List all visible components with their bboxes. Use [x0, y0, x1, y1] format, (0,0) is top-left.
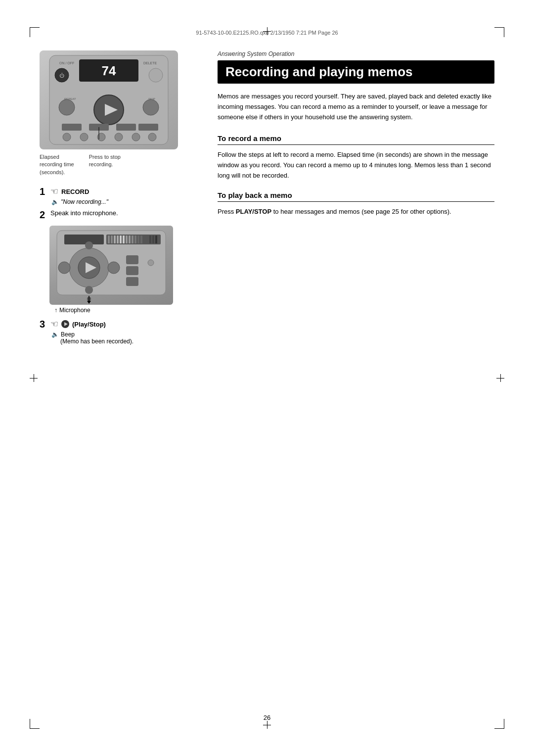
section-label: Answering System Operation [218, 50, 494, 57]
step-3-sub: 🔈 Beep [51, 331, 198, 338]
svg-rect-36 [132, 236, 134, 243]
mic-arrow-icon: ↑ [54, 307, 57, 314]
svg-rect-53 [126, 266, 138, 275]
svg-point-50 [85, 241, 93, 249]
svg-rect-29 [111, 236, 113, 243]
step-3-action: (Play/Stop) [72, 321, 106, 328]
svg-point-49 [108, 262, 120, 274]
svg-point-13 [143, 99, 159, 115]
step-1-sub: 🔈 "Now recording..." [51, 198, 198, 205]
step-2-speak-text: Speak into microphone. [50, 209, 118, 217]
right-column: Answering System Operation Recording and… [218, 50, 494, 349]
svg-point-22 [132, 133, 140, 141]
svg-text:DELETE: DELETE [143, 61, 157, 65]
subsection-record: To record a memo Follow the steps at lef… [218, 134, 494, 181]
svg-rect-40 [143, 236, 145, 243]
svg-rect-37 [134, 236, 136, 243]
svg-point-18 [63, 133, 71, 141]
svg-point-55 [148, 260, 154, 266]
svg-rect-32 [120, 236, 122, 243]
hand-icon-1: ☞ [50, 186, 58, 197]
subsection-playback-text: Press PLAY/STOP to hear messages and mem… [218, 207, 494, 217]
svg-point-12 [59, 99, 75, 115]
svg-rect-26 [64, 235, 104, 244]
svg-rect-33 [123, 236, 125, 243]
subsection-record-title: To record a memo [218, 134, 494, 145]
page-title-block: Recording and playing memos [218, 60, 494, 84]
subsection-playback-title: To play back a memo [218, 191, 494, 202]
microphone-device-image [49, 226, 173, 305]
svg-rect-28 [108, 236, 110, 243]
svg-rect-34 [126, 236, 128, 243]
hand-icon-3: ☞ [50, 319, 58, 330]
svg-point-51 [85, 286, 93, 294]
subsection-playback: To play back a memo Press PLAY/STOP to h… [218, 191, 494, 217]
page-number: 26 [264, 714, 270, 721]
svg-rect-39 [140, 236, 142, 243]
step-2-content: Speak into microphone. [50, 209, 118, 217]
page-title: Recording and playing memos [225, 64, 413, 79]
svg-point-23 [148, 133, 156, 141]
svg-text:ON / OFF: ON / OFF [59, 61, 74, 65]
svg-rect-17 [138, 124, 158, 131]
play-icon-3 [61, 320, 69, 328]
main-layout: 74 ON / OFF DELETE ⏻ REPEAT SKIP [40, 50, 494, 349]
subsection-record-text: Follow the steps at left to record a mem… [218, 150, 494, 181]
svg-rect-54 [126, 277, 138, 286]
svg-rect-43 [152, 236, 154, 243]
svg-rect-38 [137, 236, 139, 243]
header-metadata: 91-5743-10-00.E2125.RO.qxd 2/13/1950 7:2… [40, 30, 494, 36]
caption-elapsed: Elapsed recording time (seconds). [40, 153, 74, 176]
step-3-sub2: (Memo has been recorded). [60, 338, 198, 345]
svg-rect-14 [62, 124, 82, 131]
svg-text:74: 74 [102, 63, 116, 78]
svg-point-7 [149, 68, 163, 82]
svg-rect-35 [129, 236, 131, 243]
svg-rect-52 [126, 255, 138, 264]
step-2-number: 2 [40, 209, 48, 221]
svg-rect-41 [146, 236, 148, 243]
step-1-number: 1 [40, 186, 48, 197]
device-image-top: 74 ON / OFF DELETE ⏻ REPEAT SKIP [40, 50, 178, 149]
caption-press: Press to stop recording. [89, 153, 121, 176]
step-1-action: RECORD [61, 188, 89, 195]
svg-point-19 [80, 133, 88, 141]
steps-container: 1 ☞ RECORD 🔈 "Now recording..." [40, 186, 198, 345]
sound-icon-1: 🔈 [51, 198, 59, 205]
svg-point-20 [97, 133, 105, 141]
svg-rect-30 [114, 236, 116, 243]
step-1-sub-text: "Now recording..." [61, 198, 108, 205]
svg-point-48 [58, 262, 70, 274]
step-1: 1 ☞ RECORD 🔈 "Now recording..." [40, 186, 198, 205]
svg-marker-58 [87, 301, 91, 304]
step-3: 3 ☞ (Play/Stop) 🔈 Beep [40, 319, 198, 345]
sound-icon-3: 🔈 [51, 331, 59, 338]
image-caption: Elapsed recording time (seconds). Press … [40, 153, 198, 176]
step-3-main: ☞ (Play/Stop) [50, 319, 198, 330]
step-1-content: ☞ RECORD 🔈 "Now recording..." [50, 186, 198, 205]
step-1-main: ☞ RECORD [50, 186, 198, 197]
intro-paragraph: Memos are messages you record yourself. … [218, 92, 494, 122]
svg-rect-31 [117, 236, 119, 243]
step-2: 2 Speak into microphone. [40, 209, 198, 314]
microphone-label: ↑ Microphone [54, 307, 173, 314]
svg-rect-42 [149, 236, 151, 243]
svg-text:⏻: ⏻ [59, 73, 64, 78]
step-3-number: 3 [40, 319, 48, 330]
svg-rect-44 [155, 236, 157, 243]
svg-point-21 [115, 133, 123, 141]
step-2-speak: Speak into microphone. [50, 209, 118, 217]
step-3-content: ☞ (Play/Stop) 🔈 Beep (Memo ha [50, 319, 198, 345]
step-3-sub-text: Beep [61, 331, 75, 338]
left-column: 74 ON / OFF DELETE ⏻ REPEAT SKIP [40, 50, 198, 349]
svg-rect-16 [116, 124, 136, 131]
